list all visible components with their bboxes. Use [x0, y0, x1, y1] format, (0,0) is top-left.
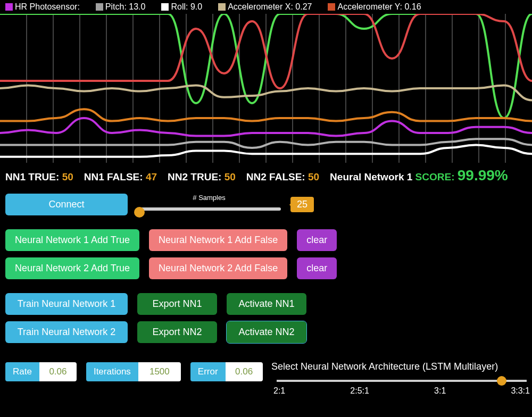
legend-swatch-icon [218, 3, 226, 11]
architecture-title: Select Neural Network Architecture (LSTM… [271, 361, 532, 372]
nn2-true-value: 50 [225, 171, 236, 182]
export-nn2-button[interactable]: Export NN2 [137, 321, 217, 343]
samples-label: # Samples [193, 194, 225, 202]
legend-swatch-icon [161, 3, 169, 11]
legend-item: Accelerometer Y: 0.16 [328, 2, 421, 12]
legend-swatch-icon [96, 3, 103, 11]
score-value: 99.99% [458, 167, 508, 184]
legend-item: Roll: 9.0 [161, 2, 202, 12]
legend-swatch-icon [5, 3, 13, 11]
train-nn1-button[interactable]: Train Neural Network 1 [5, 293, 128, 315]
legend-item: Accelerometer X: 0.27 [218, 2, 312, 12]
legend-label: Roll: 9.0 [171, 2, 202, 12]
export-nn1-button[interactable]: Export NN1 [137, 293, 217, 315]
legend-item: Pitch: 13.0 [96, 2, 146, 12]
legend-label: Accelerometer X: 0.27 [228, 2, 312, 12]
iterations-label: Iterations [86, 362, 138, 381]
architecture-selector[interactable]: Select Neural Network Architecture (LSTM… [271, 361, 532, 396]
error-input[interactable] [226, 362, 263, 381]
score-word: SCORE: [415, 171, 455, 182]
train-nn2-button[interactable]: Train Neural Network 2 [5, 321, 128, 343]
error-label: Error [190, 362, 226, 381]
nn1-true-value: 50 [62, 171, 73, 182]
arch-tick: 3:3:1 [511, 386, 530, 396]
nn2-false-label: NN2 FALSE: [246, 171, 305, 182]
legend-label: Accelerometer Y: 0.16 [337, 2, 421, 12]
arch-tick: 2:1 [273, 386, 285, 396]
sensor-chart [0, 14, 532, 163]
nn2-add-true-button[interactable]: Neural Network 2 Add True [5, 257, 139, 279]
connect-button[interactable]: Connect [5, 194, 128, 215]
nn1-clear-button[interactable]: clear [297, 229, 337, 251]
nn2-true-label: NN2 TRUE: [168, 171, 221, 182]
arch-slider-thumb-icon[interactable] [497, 376, 506, 386]
sensor-legend: HR Photosensor:Pitch: 13.0Roll: 9.0Accel… [0, 0, 532, 14]
activate-nn1-button[interactable]: Activate NN1 [227, 293, 306, 315]
nn2-add-false-button[interactable]: Neural Network 2 Add False [149, 257, 287, 279]
rate-label: Rate [5, 362, 39, 381]
nn1-add-false-button[interactable]: Neural Network 1 Add False [149, 229, 287, 251]
stats-row: NN1 TRUE: 50 NN1 FALSE: 47 NN2 TRUE: 50 … [0, 163, 532, 188]
nn1-add-true-button[interactable]: Neural Network 1 Add True [5, 229, 139, 251]
nn2-false-value: 50 [308, 171, 319, 182]
samples-slider[interactable]: # Samples [137, 203, 281, 206]
rate-input[interactable] [39, 362, 77, 381]
slider-thumb-icon[interactable] [134, 207, 145, 218]
nn1-false-value: 47 [146, 171, 157, 182]
score-title: Neural Network 1 [330, 171, 412, 182]
nn1-false-label: NN1 FALSE: [84, 171, 143, 182]
activate-nn2-button[interactable]: Activate NN2 [227, 321, 306, 343]
nn2-clear-button[interactable]: clear [297, 257, 337, 279]
legend-item: HR Photosensor: [5, 2, 80, 12]
legend-label: HR Photosensor: [15, 2, 80, 12]
nn1-true-label: NN1 TRUE: [5, 171, 59, 182]
arch-tick: 3:1 [434, 386, 446, 396]
legend-swatch-icon [328, 3, 335, 11]
legend-label: Pitch: 13.0 [105, 2, 146, 12]
samples-badge: 25 [290, 197, 314, 212]
iterations-input[interactable] [138, 362, 181, 381]
arch-tick: 2:5:1 [350, 386, 369, 396]
